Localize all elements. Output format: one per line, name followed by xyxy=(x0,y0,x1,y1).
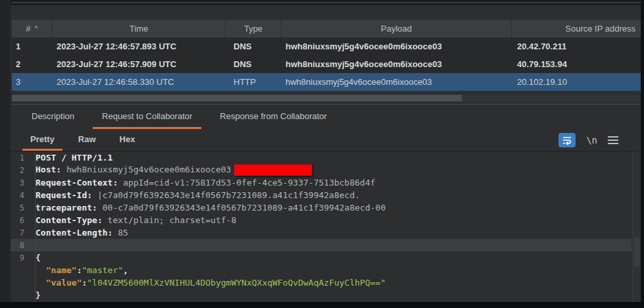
top-divider-line xyxy=(12,2,641,3)
tab-pretty[interactable]: Pretty xyxy=(22,129,62,151)
header-name: Content-Length: xyxy=(36,228,112,238)
code-line: 6 Content-Type: text/plain; charset=utf-… xyxy=(11,214,641,226)
tab-description[interactable]: Description xyxy=(22,105,84,129)
code-line: 4 Request-Id: |c7a0d79f63926343e14f0567b… xyxy=(11,189,641,201)
code-line: 5 traceparent: 00-c7a0d79f63926343e14f05… xyxy=(11,201,641,214)
header-value: appId=cid-v1:75817d53-0fef-4ce5-9337-751… xyxy=(118,178,375,188)
redacted-host-suffix xyxy=(234,165,312,176)
json-key: "name" xyxy=(46,265,77,275)
cell-payload: hwh8niuxsmyj5g4v6ocee0m6ixooce03 xyxy=(282,77,512,87)
line-number: 7 xyxy=(11,228,30,238)
tab-hex[interactable]: Hex xyxy=(112,129,143,151)
code-line-cursor: 8 xyxy=(11,239,632,251)
header-name: Request-Context: xyxy=(36,178,118,188)
column-header-number-label: # xyxy=(26,24,30,34)
header-value: hwh8niuxsmyj5g4v6ocee0m6ixooce03 xyxy=(61,165,231,174)
code-line: "value":"l04VZM5600MlXzVNIHUL4DObygmWYNx… xyxy=(11,276,641,289)
sort-ascending-icon: ^ xyxy=(35,24,38,32)
cell-type: HTTP xyxy=(226,77,282,87)
code-line: 3 Request-Context: appId=cid-v1:75817d53… xyxy=(11,176,641,189)
header-name: traceparent: xyxy=(36,203,97,213)
cell-time: 2023-Jul-27 12:46:57.893 UTC xyxy=(53,41,226,51)
column-header-time[interactable]: Time xyxy=(53,20,226,38)
tab-response-from-collaborator[interactable]: Response from Collaborator xyxy=(211,105,336,129)
line-number: 6 xyxy=(11,216,30,225)
editor-toolbar: \n xyxy=(558,129,618,151)
cell-number: 3 xyxy=(12,77,53,87)
column-header-payload[interactable]: Payload xyxy=(282,20,512,38)
cell-payload: hwh8niuxsmyj5g4v6ocee0m6ixooce03 xyxy=(282,41,512,51)
code-line: 1 POST / HTTP/1.1 xyxy=(11,151,641,164)
scrollbar-thumb[interactable] xyxy=(12,95,462,101)
json-key: "value" xyxy=(46,278,82,288)
cell-time: 2023-Jul-27 12:46:57.909 UTC xyxy=(53,59,226,69)
word-wrap-toggle-button[interactable] xyxy=(558,133,576,147)
header-value: |c7a0d79f63926343e14f0567b7231089.a41c1f… xyxy=(92,190,360,200)
request-editor[interactable]: 1 POST / HTTP/1.1 2 Host: hwh8niuxsmyj5g… xyxy=(11,151,641,302)
gutter-divider xyxy=(35,151,36,302)
cell-payload: hwh8niuxsmyj5g4v6ocee0m6ixooce03 xyxy=(282,59,512,69)
request-line: POST / HTTP/1.1 xyxy=(30,153,112,163)
code-line: 9 { xyxy=(11,251,641,264)
word-wrap-icon xyxy=(562,135,572,145)
header-name: Host: xyxy=(36,165,61,174)
header-name: Content-Type: xyxy=(36,215,103,225)
cell-number: 1 xyxy=(12,41,53,51)
code-line: 7 Content-Length: 85 xyxy=(11,226,641,239)
line-number: 2 xyxy=(11,166,30,175)
table-row-selected[interactable]: 3 2023-Jul-27 12:46:58.330 UTC HTTP hwh8… xyxy=(12,73,641,91)
line-number: 4 xyxy=(11,191,30,200)
editor-menu-icon[interactable] xyxy=(608,136,618,144)
right-border-strip xyxy=(641,0,644,308)
column-header-type[interactable]: Type xyxy=(226,20,282,38)
table-header-row: # ^ Time Type Payload Source IP address xyxy=(12,20,641,38)
table-row[interactable]: 1 2023-Jul-27 12:46:57.893 UTC DNS hwh8n… xyxy=(12,38,641,55)
line-number: 1 xyxy=(11,153,30,163)
json-string-value: "l04VZM5600MlXzVNIHUL4DObygmWYNxQXxqWFoQ… xyxy=(87,278,385,288)
collaborator-panel: # ^ Time Type Payload Source IP address … xyxy=(0,0,644,308)
code-line: } xyxy=(11,289,641,301)
table-row[interactable]: 2 2023-Jul-27 12:46:57.909 UTC DNS hwh8n… xyxy=(12,55,641,73)
code-line: 2 Host: hwh8niuxsmyj5g4v6ocee0m6ixooce03 xyxy=(11,164,641,176)
header-value: 85 xyxy=(112,228,128,238)
cell-time: 2023-Jul-27 12:46:58.330 UTC xyxy=(53,77,226,87)
cell-number: 2 xyxy=(12,59,53,69)
line-number: 8 xyxy=(11,241,30,250)
header-name: Request-Id: xyxy=(36,190,92,200)
detail-tab-bar: Description Request to Collaborator Resp… xyxy=(11,105,641,129)
view-mode-bar: Pretty Raw Hex \n xyxy=(11,129,641,151)
header-value: 00-c7a0d79f63926343e14f0567b7231089-a41c… xyxy=(97,203,385,213)
show-newlines-button[interactable]: \n xyxy=(586,135,597,145)
cell-source-ip: 20.42.70.211 xyxy=(512,41,641,51)
cell-source-ip: 20.102.19.10 xyxy=(512,77,641,87)
column-header-source-ip[interactable]: Source IP address xyxy=(512,20,641,38)
left-border-strip xyxy=(0,0,11,308)
editor-vertical-scrollbar[interactable] xyxy=(632,151,641,302)
line-number: 5 xyxy=(11,203,30,213)
tab-raw[interactable]: Raw xyxy=(70,129,104,151)
header-value: text/plain; charset=utf-8 xyxy=(103,215,237,225)
cell-source-ip: 40.79.153.94 xyxy=(512,59,641,69)
scrollbar-thumb[interactable] xyxy=(634,237,640,267)
cell-type: DNS xyxy=(226,41,282,51)
json-string-value: "master" xyxy=(82,265,123,275)
line-number: 3 xyxy=(11,178,30,188)
interactions-table: # ^ Time Type Payload Source IP address … xyxy=(12,20,641,91)
tab-request-to-collaborator[interactable]: Request to Collaborator xyxy=(93,105,201,129)
column-header-number[interactable]: # ^ xyxy=(12,20,53,38)
table-horizontal-scrollbar[interactable] xyxy=(12,95,641,101)
line-number: 9 xyxy=(11,253,30,263)
spacer xyxy=(151,129,558,151)
cell-type: DNS xyxy=(226,59,282,69)
bottom-border-strip xyxy=(0,302,644,308)
code-line: "name":"master", xyxy=(11,264,641,276)
